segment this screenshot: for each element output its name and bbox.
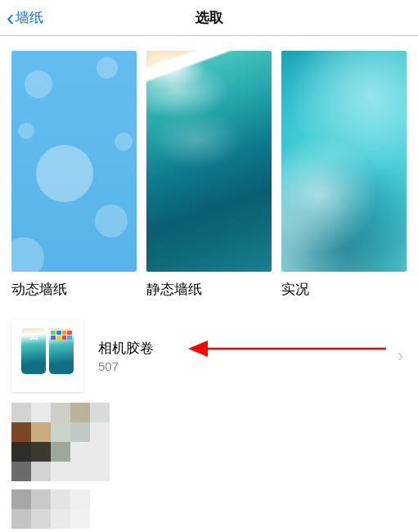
lockscreen-preview-icon [21,328,46,374]
category-dynamic[interactable]: 动态墙纸 [11,51,137,299]
category-label: 静态墙纸 [146,280,272,299]
wallpaper-categories: 动态墙纸 静态墙纸 实况 [0,36,418,307]
category-live[interactable]: 实况 [281,51,407,299]
category-label: 动态墙纸 [11,280,137,299]
album-name: 相机胶卷 [98,339,398,358]
live-wallpaper-thumbnail [281,51,407,272]
album-camera-roll[interactable]: 相机胶卷 507 › [0,312,418,400]
back-button[interactable]: ‹ 墙纸 [7,7,43,29]
redacted-album-thumbnail[interactable] [11,403,110,481]
stills-wallpaper-thumbnail [146,51,272,272]
album-count: 507 [98,359,398,373]
album-thumbnail [11,320,83,392]
page-title: 选取 [196,8,223,27]
dynamic-wallpaper-thumbnail [11,51,137,272]
navigation-bar: ‹ 墙纸 选取 [0,0,418,36]
chevron-left-icon: ‹ [7,7,14,29]
back-label: 墙纸 [16,8,43,27]
category-label: 实况 [281,280,407,299]
album-text: 相机胶卷 507 [98,339,398,373]
category-stills[interactable]: 静态墙纸 [146,51,272,299]
chevron-right-icon: › [398,345,403,367]
redacted-album-thumbnail[interactable] [11,489,90,529]
homescreen-preview-icon [49,328,74,374]
